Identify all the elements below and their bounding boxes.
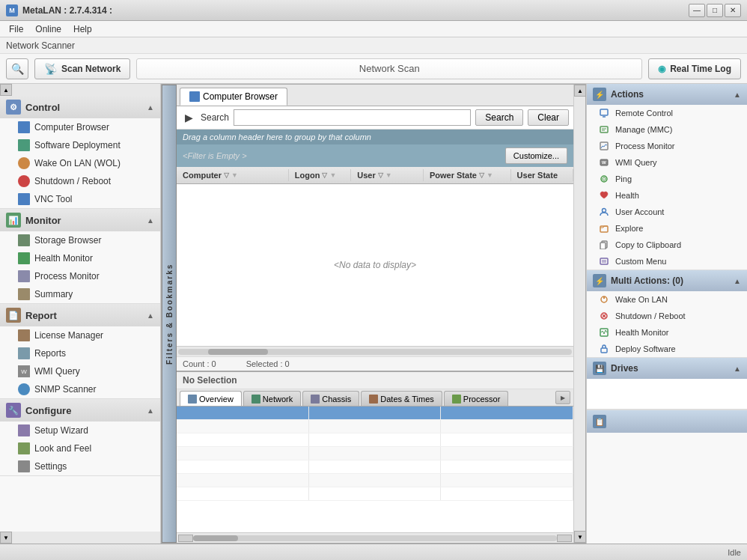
- detail-row-6: [177, 474, 573, 487]
- search-button[interactable]: Search: [475, 109, 523, 126]
- search-input[interactable]: [234, 109, 471, 126]
- action-ping[interactable]: Ping: [587, 171, 747, 187]
- svg-rect-5: [600, 142, 608, 150]
- sidebar-item-setup-wizard[interactable]: Setup Wizard: [0, 421, 160, 439]
- sidebar-item-health-monitor[interactable]: Health Monitor: [0, 249, 160, 267]
- action-manage-mmc[interactable]: Manage (MMC): [587, 121, 747, 138]
- configure-section-icon: 🔧: [6, 403, 21, 418]
- detail-tab-overview[interactable]: Overview: [180, 391, 242, 406]
- detail-scroll-thumb[interactable]: [193, 535, 238, 541]
- multi-health-monitor[interactable]: Health Monitor: [587, 324, 747, 341]
- col-computer[interactable]: Computer ▽ ▼: [177, 169, 289, 181]
- detail-scroll-right[interactable]: [557, 535, 572, 542]
- detail-scroll-track: [193, 535, 557, 541]
- col-user-state[interactable]: User State: [511, 169, 573, 181]
- sidebar-section-report-header[interactable]: 📄 Report ▲: [0, 304, 160, 326]
- actions-section-header[interactable]: ⚡ Actions ▲: [587, 84, 747, 105]
- table-h-scroll-thumb[interactable]: [208, 349, 268, 355]
- col-power-state[interactable]: Power State ▽ ▼: [424, 169, 511, 181]
- sidebar-item-vnc-tool[interactable]: VNC Tool: [0, 190, 160, 208]
- multi-deploy-software[interactable]: Deploy Software: [587, 341, 747, 357]
- user-account-icon: [599, 207, 609, 217]
- menu-help[interactable]: Help: [67, 22, 98, 36]
- realtime-log-label: Real Time Log: [670, 64, 731, 74]
- menu-online[interactable]: Online: [29, 22, 67, 36]
- filter-empty-text: <Filter is Empty >: [183, 151, 247, 160]
- sidebar-item-settings[interactable]: Settings: [0, 457, 160, 475]
- sidebar-scroll-up[interactable]: ▲: [0, 84, 12, 96]
- detail-tab-chassis[interactable]: Chassis: [302, 391, 359, 406]
- multi-shutdown-reboot[interactable]: Shutdown / Reboot: [587, 308, 747, 324]
- sidebar-item-computer-browser[interactable]: Computer Browser: [0, 118, 160, 136]
- ping-icon: [599, 174, 609, 184]
- sidebar-item-wake-on-lan[interactable]: Wake On LAN (WOL): [0, 154, 160, 172]
- detail-tab-dates-times[interactable]: Dates & Times: [361, 391, 442, 406]
- power-filter-icon[interactable]: ▼: [487, 171, 493, 179]
- sidebar-scroll-down[interactable]: ▼: [0, 532, 12, 544]
- scanner-label-text: Network Scanner: [6, 40, 75, 51]
- sidebar-item-storage-browser[interactable]: Storage Browser: [0, 231, 160, 249]
- sidebar-item-summary[interactable]: Summary: [0, 285, 160, 303]
- sidebar-section-control-header[interactable]: ⚙ Control ▲: [0, 96, 160, 118]
- play-button[interactable]: ▶: [181, 110, 196, 125]
- multi-actions-header[interactable]: ⚡ Multi Actions: (0) ▲: [587, 270, 747, 291]
- sidebar-section-configure-header[interactable]: 🔧 Configure ▲: [0, 399, 160, 421]
- customize-button[interactable]: Customize...: [505, 147, 567, 164]
- drives-section-header[interactable]: 💾 Drives ▲: [587, 358, 747, 379]
- menu-file[interactable]: File: [3, 22, 29, 36]
- action-user-account[interactable]: User Account: [587, 204, 747, 220]
- action-health[interactable]: Health: [587, 187, 747, 204]
- drag-hint-text: Drag a column header here to group by th…: [183, 133, 371, 141]
- action-explore[interactable]: Explore: [587, 220, 747, 237]
- minimize-button[interactable]: —: [689, 4, 705, 17]
- col-logon[interactable]: Logon ▽ ▼: [289, 169, 351, 181]
- filters-bookmarks-tab[interactable]: Filters & Bookmarks: [162, 85, 177, 543]
- sidebar-item-software-deployment[interactable]: Software Deployment: [0, 136, 160, 154]
- sidebar-item-look-and-feel[interactable]: Look and Feel: [0, 439, 160, 457]
- detail-tab-processor[interactable]: Processor: [444, 391, 509, 406]
- action-copy-to-clipboard[interactable]: Copy to Clipboard: [587, 237, 747, 253]
- realtime-log-button[interactable]: ◉ Real Time Log: [648, 58, 741, 79]
- more-section-header-partial[interactable]: 📋: [587, 410, 747, 433]
- col-user[interactable]: User ▽ ▼: [351, 169, 424, 181]
- user-filter-icon[interactable]: ▼: [385, 171, 392, 179]
- table-h-scroll-track: [178, 349, 572, 355]
- scan-network-button[interactable]: 📡 Scan Network: [34, 58, 130, 79]
- action-remote-control[interactable]: Remote Control: [587, 105, 747, 121]
- power-sort-icon: ▽: [479, 171, 484, 179]
- multi-wake-on-lan[interactable]: Wake On LAN: [587, 291, 747, 308]
- logon-filter-icon[interactable]: ▼: [329, 171, 336, 179]
- sidebar-item-reports[interactable]: Reports: [0, 344, 160, 362]
- realtime-log-icon: ◉: [658, 64, 665, 74]
- content-scroll-down[interactable]: ▼: [574, 531, 586, 543]
- action-custom-menu[interactable]: Custom Menu: [587, 253, 747, 270]
- clear-button[interactable]: Clear: [528, 109, 569, 126]
- table-h-scrollbar[interactable]: [177, 346, 573, 356]
- tab-computer-browser[interactable]: Computer Browser: [180, 88, 287, 106]
- detail-scroll-left[interactable]: [178, 535, 193, 542]
- detail-tab-network[interactable]: Network: [243, 391, 301, 406]
- window-title: MetaLAN : 2.7.4.314 :: [22, 5, 112, 16]
- content-scroll-up[interactable]: ▲: [574, 85, 586, 97]
- more-section-partial: 📋: [587, 410, 747, 432]
- action-wmi-query[interactable]: W WMI Query: [587, 154, 747, 171]
- sidebar-item-process-monitor[interactable]: Process Monitor: [0, 267, 160, 285]
- detail-tabs-more[interactable]: ▶: [555, 391, 570, 404]
- detail-h-scrollbar[interactable]: [177, 532, 573, 543]
- close-button[interactable]: ✕: [725, 4, 741, 17]
- computer-filter-icon[interactable]: ▼: [231, 171, 238, 179]
- toolbar-search-icon[interactable]: 🔍: [6, 58, 28, 79]
- detail-row-7: [177, 487, 573, 501]
- detail-row-1: [177, 407, 573, 420]
- look-and-feel-icon: [18, 442, 30, 454]
- sidebar-section-monitor-header[interactable]: 📊 Monitor ▲: [0, 209, 160, 231]
- sidebar-item-shutdown-reboot[interactable]: Shutdown / Reboot: [0, 172, 160, 190]
- sidebar-item-snmp-scanner[interactable]: SNMP Scanner: [0, 380, 160, 398]
- maximize-button[interactable]: □: [707, 4, 723, 17]
- report-section-icon: 📄: [6, 308, 21, 323]
- control-label: Control: [25, 102, 60, 113]
- action-process-monitor[interactable]: Process Monitor: [587, 138, 747, 154]
- sidebar-item-license-manager[interactable]: License Manager: [0, 326, 160, 344]
- sidebar-item-wmi-query[interactable]: W WMI Query: [0, 362, 160, 380]
- title-bar-left: M MetaLAN : 2.7.4.314 :: [6, 4, 112, 16]
